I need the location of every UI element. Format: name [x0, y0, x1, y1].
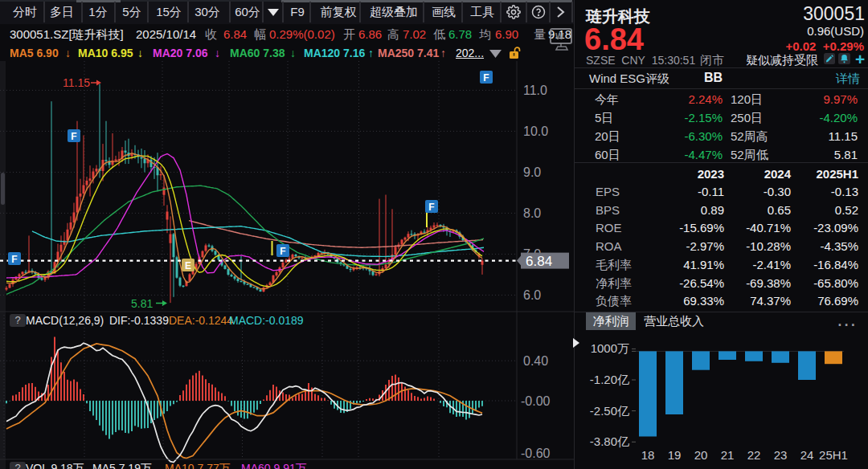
svg-text:18: 18 — [641, 448, 655, 462]
svg-text:24: 24 — [800, 448, 814, 462]
svg-text:20: 20 — [694, 448, 708, 462]
svg-text:F: F — [428, 202, 434, 213]
svg-text:F: F — [280, 246, 285, 257]
svg-text:6.84: 6.84 — [526, 254, 552, 269]
svg-text:-1.20亿: -1.20亿 — [590, 373, 629, 386]
svg-text:F: F — [71, 131, 76, 142]
svg-text:-0.60: -0.60 — [521, 447, 551, 460]
svg-text:E: E — [185, 260, 191, 271]
svg-text:F: F — [483, 72, 489, 84]
svg-text:6.0: 6.0 — [523, 288, 541, 302]
svg-text:11.15: 11.15 — [63, 76, 90, 89]
svg-text:25H1: 25H1 — [819, 448, 848, 462]
svg-text:W: W — [555, 31, 564, 41]
svg-text:22: 22 — [747, 448, 761, 462]
svg-text:1000万: 1000万 — [591, 341, 629, 355]
svg-text:-3.80亿: -3.80亿 — [590, 434, 629, 448]
svg-text:0.40: 0.40 — [523, 354, 548, 368]
svg-text:23: 23 — [774, 448, 788, 462]
svg-text:-0.00: -0.00 — [521, 394, 551, 408]
svg-text:21: 21 — [721, 448, 735, 462]
svg-text:8.0: 8.0 — [523, 206, 541, 220]
svg-text:F: F — [11, 254, 17, 265]
svg-text:-2.50亿: -2.50亿 — [590, 404, 629, 418]
svg-text:9.0: 9.0 — [523, 165, 541, 179]
svg-text:11.0: 11.0 — [523, 84, 547, 97]
svg-text:19: 19 — [668, 448, 682, 462]
svg-text:5.81: 5.81 — [131, 297, 153, 310]
svg-text:10.0: 10.0 — [523, 124, 548, 138]
